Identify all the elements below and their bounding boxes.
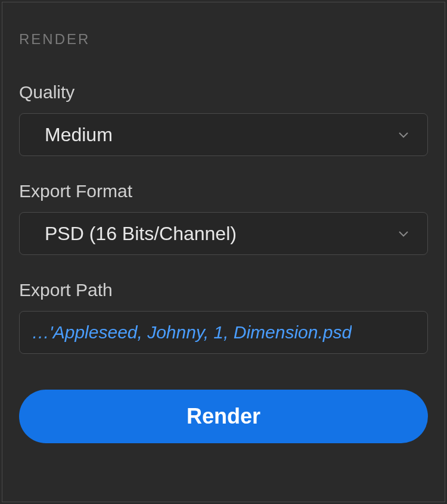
export-path-field[interactable]: …'Appleseed, Johnny, 1, Dimension.psd [19, 311, 428, 354]
quality-label: Quality [19, 82, 428, 102]
render-panel: RENDER Quality Medium Export Format PSD … [2, 2, 445, 502]
chevron-down-icon [398, 228, 409, 239]
render-button-label: Render [187, 404, 260, 429]
panel-header: RENDER [19, 31, 428, 48]
export-format-value: PSD (16 Bits/Channel) [45, 223, 237, 245]
export-format-dropdown[interactable]: PSD (16 Bits/Channel) [19, 212, 428, 255]
quality-field-group: Quality Medium [19, 82, 428, 156]
quality-value: Medium [45, 124, 113, 146]
quality-dropdown[interactable]: Medium [19, 113, 428, 156]
export-path-field-group: Export Path …'Appleseed, Johnny, 1, Dime… [19, 280, 428, 354]
export-format-field-group: Export Format PSD (16 Bits/Channel) [19, 181, 428, 255]
chevron-down-icon [398, 129, 409, 141]
export-path-label: Export Path [19, 280, 428, 300]
render-button[interactable]: Render [19, 390, 428, 443]
export-format-label: Export Format [19, 181, 428, 201]
export-path-value: …'Appleseed, Johnny, 1, Dimension.psd [32, 322, 352, 343]
